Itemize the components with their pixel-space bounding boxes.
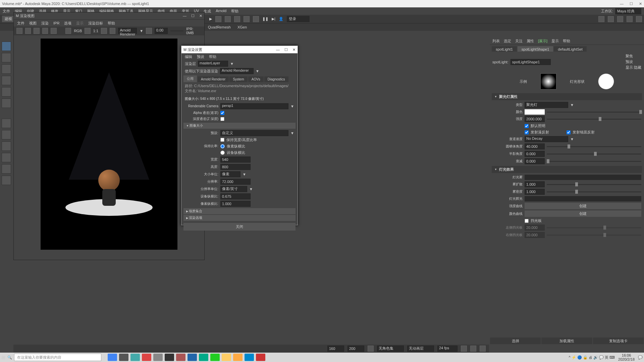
camera-select[interactable]: persp1 <box>220 103 288 109</box>
save-icon[interactable] <box>110 28 116 34</box>
app-maya[interactable] <box>199 354 208 361</box>
intensity-slider[interactable] <box>547 116 641 122</box>
char-set-select[interactable]: 无角色集 <box>377 346 404 352</box>
pause-icon[interactable]: ❚❚ <box>262 17 268 21</box>
node-name-input[interactable] <box>511 59 551 65</box>
menu-item[interactable]: 渲染目标 <box>88 21 103 26</box>
login-link[interactable]: 登录 <box>287 16 310 22</box>
minimize-icon[interactable]: — <box>620 2 624 6</box>
intensity-input[interactable] <box>525 116 545 122</box>
diffuse-checkbox[interactable] <box>525 130 529 134</box>
type-select[interactable]: 聚光灯 <box>525 102 568 108</box>
keep-ratio-checkbox[interactable] <box>220 138 224 142</box>
panel-tab[interactable]: [展示] <box>538 39 547 44</box>
notifications-icon[interactable]: 💬 <box>638 355 643 360</box>
section-scene[interactable]: 场景集合 <box>183 208 296 214</box>
shelf-btn[interactable] <box>234 16 240 22</box>
color-swatch[interactable] <box>525 109 545 115</box>
select-button[interactable]: 选择 <box>490 337 541 345</box>
node-tab[interactable]: spotLightShape1 <box>518 46 553 52</box>
panel-tab[interactable]: 显示 <box>551 39 559 44</box>
cone-input[interactable] <box>525 143 545 149</box>
shelf-icon[interactable] <box>608 16 614 22</box>
hide-button[interactable]: 隐藏 <box>634 65 641 69</box>
height-input[interactable] <box>220 164 251 170</box>
app-todo[interactable] <box>142 354 151 361</box>
zoom-icon[interactable] <box>101 28 107 34</box>
section-spot[interactable]: 聚光灯属性 <box>492 93 642 100</box>
workspace-select[interactable]: Maya 经典 <box>615 8 641 14</box>
maximize-icon[interactable]: ☐ <box>284 48 288 52</box>
shelf-icon[interactable] <box>636 16 642 22</box>
maximize-icon[interactable]: ☐ <box>191 14 195 18</box>
illum-checkbox[interactable] <box>525 124 529 128</box>
dev-input[interactable] <box>220 193 251 199</box>
refresh-icon[interactable] <box>51 28 57 34</box>
preset-button[interactable]: 预设 <box>626 59 641 64</box>
tab-system[interactable]: System <box>229 76 247 82</box>
channel-icon[interactable] <box>85 28 91 34</box>
pix-input[interactable] <box>220 201 251 207</box>
app-unknown[interactable] <box>176 354 185 361</box>
layout-tool[interactable] <box>2 141 11 151</box>
menu-item[interactable]: 生成 <box>204 9 211 14</box>
range-end-input[interactable] <box>347 346 364 352</box>
close-icon[interactable]: ✕ <box>199 14 202 18</box>
scale-tool[interactable] <box>2 87 11 97</box>
search-input[interactable]: 在这里输入你要搜索的内容 <box>14 354 101 361</box>
app-obs[interactable] <box>165 354 174 361</box>
app-snip[interactable] <box>130 354 140 361</box>
snapshot-icon[interactable] <box>34 28 40 34</box>
copy-tab-button[interactable]: 复制选项卡 <box>593 337 644 345</box>
tray-icons[interactable]: ^ ⚡ 🔵 🔒 🖨 🔊 💬 英 ⌨ <box>569 355 615 360</box>
shelf-icon[interactable] <box>617 16 623 22</box>
light-glow-map[interactable] <box>525 196 641 201</box>
barn-doors-checkbox[interactable] <box>525 219 529 223</box>
panel-tab[interactable]: 列表 <box>492 39 500 44</box>
exposure-input[interactable]: 0.00 <box>155 28 168 34</box>
render-layer-select[interactable]: masterLayer <box>198 61 228 67</box>
preset-select[interactable]: 自定义 <box>220 130 288 136</box>
app-edge[interactable] <box>245 354 254 361</box>
width-input[interactable] <box>220 157 251 163</box>
shelf-btn[interactable] <box>225 16 231 22</box>
fog-density-input[interactable] <box>525 189 545 195</box>
dropoff-input[interactable] <box>525 158 545 164</box>
app-store[interactable] <box>233 354 243 361</box>
shelf-tab[interactable]: XGen <box>237 25 247 29</box>
minimize-icon[interactable]: — <box>183 14 186 18</box>
device-ratio-radio[interactable] <box>220 150 225 155</box>
focus-button[interactable]: 聚焦 <box>626 54 641 59</box>
section-fx[interactable]: 灯光效果 <box>492 166 642 173</box>
panel-tab[interactable]: 帮助 <box>563 39 570 44</box>
app-mail[interactable] <box>256 354 265 361</box>
color-slider[interactable] <box>547 109 641 115</box>
panel-tab[interactable]: 属性 <box>527 39 534 44</box>
shelf-icon[interactable] <box>627 16 633 22</box>
app-chrome[interactable] <box>108 354 117 361</box>
play-icon[interactable]: ▶ <box>209 17 212 21</box>
tab-公用[interactable]: 公用 <box>183 75 197 82</box>
menu-item[interactable]: 文件 <box>3 9 10 14</box>
menu-item[interactable]: Arnold <box>216 9 226 14</box>
decay-select[interactable]: No Decay <box>525 136 568 142</box>
exposure-slider[interactable] <box>170 30 183 32</box>
menu-item[interactable]: 编辑 <box>185 54 192 59</box>
menu-item[interactable]: 视图 <box>29 21 37 26</box>
app-explorer[interactable] <box>222 354 231 361</box>
renderer-select[interactable]: Arnold Renderer <box>118 28 137 34</box>
section-opts[interactable]: 渲染选项 <box>183 215 296 221</box>
menu-item[interactable]: 帮助 <box>108 21 115 26</box>
pixel-ratio-radio[interactable] <box>220 144 225 148</box>
menu-item[interactable]: 渲染 <box>41 21 49 26</box>
audio-icon[interactable] <box>470 346 476 352</box>
menu-item[interactable]: 帮助 <box>209 54 216 59</box>
manip-tool[interactable] <box>2 99 11 108</box>
layout-tool[interactable] <box>2 164 11 174</box>
maximize-icon[interactable]: ☐ <box>630 2 633 6</box>
dropoff-slider[interactable] <box>547 159 641 164</box>
mode-select[interactable]: 建模 <box>2 16 15 22</box>
menu-item[interactable]: 显示 <box>76 21 84 26</box>
tab-aovs[interactable]: AOVs <box>248 76 264 82</box>
shelf-btn[interactable] <box>253 16 259 22</box>
